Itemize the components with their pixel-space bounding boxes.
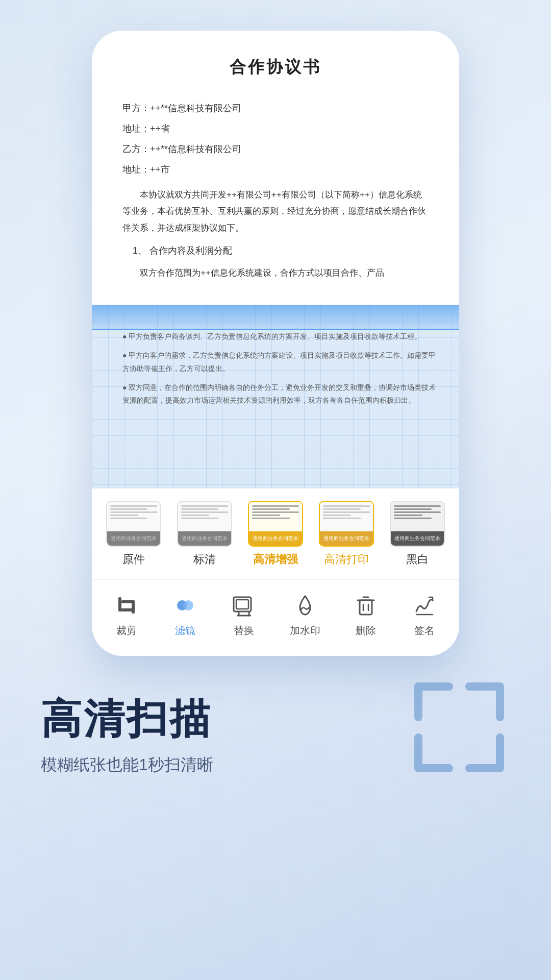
tool-crop[interactable]: 裁剪 xyxy=(113,592,140,638)
tool-filter[interactable]: 滤镜 xyxy=(172,592,198,638)
watermark-icon xyxy=(292,592,318,619)
scan-bar xyxy=(92,305,459,330)
svg-rect-1 xyxy=(118,608,133,611)
delete-icon xyxy=(353,592,379,619)
doc-section-body: 双方合作范围为++信息化系统建设，合作方式以项目合作、产品 xyxy=(122,265,429,281)
bottom-section: 高清扫描 模糊纸张也能1秒扫清晰 xyxy=(0,656,551,817)
filter-thumbnail-standard: 通用商业务合同范本 xyxy=(177,501,232,547)
scan-bullet-2: ● 甲方向客户的需求，乙方负责信息化系统的方案建设、项目实施及项目收款等技术工作… xyxy=(122,349,439,375)
filter-option-original[interactable]: 通用商业务合同范本 原件 xyxy=(102,501,165,567)
filter-option-standard[interactable]: 通用商业务合同范本 标清 xyxy=(173,501,236,567)
doc-line-2: 地址：++省 xyxy=(122,119,429,138)
tool-label-sign: 签名 xyxy=(414,624,435,638)
sub-title: 模糊纸张也能1秒扫清晰 xyxy=(41,754,510,776)
filter-option-hd-print[interactable]: 通用商业务合同范本 高清打印 xyxy=(315,501,378,567)
sign-icon xyxy=(411,592,438,619)
filter-label-standard: 标清 xyxy=(193,552,216,567)
filter-bar: 通用商业务合同范本 原件 通用商业务合同范本 标清 xyxy=(92,488,459,579)
filter-option-bw[interactable]: 通用商业务合同范本 黑白 xyxy=(386,501,449,567)
tool-label-filter: 滤镜 xyxy=(175,624,195,638)
crop-icon xyxy=(113,592,140,619)
doc-paragraph-1: 本协议就双方共同开发++有限公司++有限公司（以下简称++）信息化系统等业务，本… xyxy=(122,187,429,236)
filter-label-hd-print: 高清打印 xyxy=(324,552,369,567)
filter-label-hd-enhanced: 高清增强 xyxy=(253,552,298,567)
filter-thumbnail-bw: 通用商业务合同范本 xyxy=(390,501,445,547)
scan-bullet-3: ● 双方同意，在合作的范围内明确各自的任务分工，避免业务开发的交叉和重叠，协调好… xyxy=(122,381,439,407)
filter-thumbnail-hd-print: 通用商业务合同范本 xyxy=(319,501,374,547)
scan-doc-content: ● 甲方负责客户商务谈判、乙方负责信息化系统的方案开发、项目实施及项目收款等技术… xyxy=(112,330,439,413)
doc-section-title: 1、 合作内容及利润分配 xyxy=(133,244,429,257)
tool-label-replace: 替换 xyxy=(234,624,254,638)
svg-rect-12 xyxy=(360,600,372,615)
filter-icon xyxy=(172,592,198,619)
phone-mockup: 合作协议书 甲方：++**信息科技有限公司 地址：++省 乙方：++**信息科技… xyxy=(92,31,459,656)
tool-label-watermark: 加水印 xyxy=(290,624,320,638)
filter-thumbnail-hd-enhanced: 通用商业务合同范本 xyxy=(248,501,303,547)
doc-line-4: 地址：++市 xyxy=(122,160,429,179)
tool-label-crop: 裁剪 xyxy=(116,624,137,638)
filter-thumbnail-original: 通用商业务合同范本 xyxy=(106,501,161,547)
scan-overlay: ● 甲方负责客户商务谈判、乙方负责信息化系统的方案开发、项目实施及项目收款等技术… xyxy=(92,305,459,488)
toolbar: 裁剪 滤镜 替换 xyxy=(92,579,459,656)
main-title: 高清扫描 xyxy=(41,697,510,742)
filter-label-bw: 黑白 xyxy=(406,552,429,567)
document-area: 合作协议书 甲方：++**信息科技有限公司 地址：++省 乙方：++**信息科技… xyxy=(92,31,459,305)
svg-rect-8 xyxy=(236,600,248,609)
svg-rect-3 xyxy=(132,600,135,614)
filter-label-original: 原件 xyxy=(122,552,145,567)
tool-watermark[interactable]: 加水印 xyxy=(290,592,320,638)
replace-icon xyxy=(231,592,257,619)
tool-label-delete: 删除 xyxy=(356,624,376,638)
tool-sign[interactable]: 签名 xyxy=(411,592,438,638)
filter-option-hd-enhanced[interactable]: 通用商业务合同范本 高清增强 xyxy=(244,501,307,567)
tool-delete[interactable]: 删除 xyxy=(353,592,379,638)
scan-bullet-1: ● 甲方负责客户商务谈判、乙方负责信息化系统的方案开发、项目实施及项目收款等技术… xyxy=(122,330,439,343)
doc-title: 合作协议书 xyxy=(122,56,429,79)
svg-point-6 xyxy=(183,600,193,610)
tool-replace[interactable]: 替换 xyxy=(231,592,257,638)
doc-line-1: 甲方：++**信息科技有限公司 xyxy=(122,99,429,117)
doc-line-3: 乙方：++**信息科技有限公司 xyxy=(122,140,429,158)
